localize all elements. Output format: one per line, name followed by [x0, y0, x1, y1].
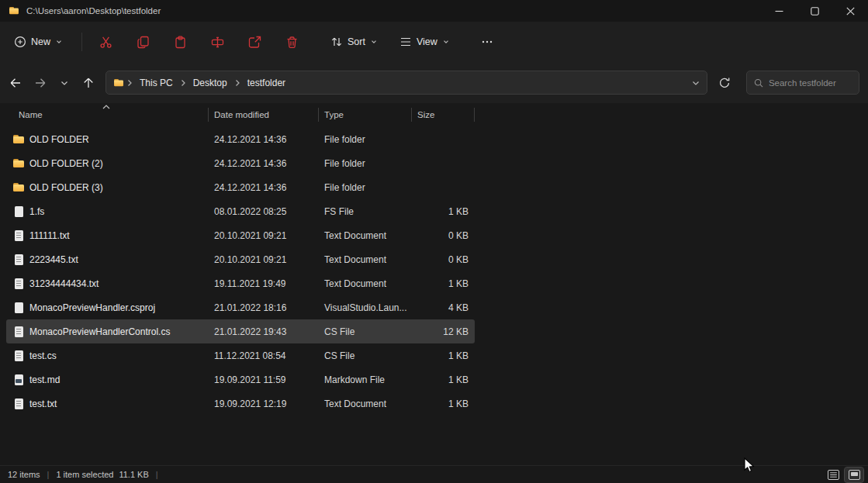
back-button[interactable] — [3, 71, 28, 95]
column-header-type[interactable]: Type — [318, 103, 411, 126]
file-type: CS File — [318, 326, 411, 337]
file-date-modified: 08.01.2022 08:25 — [208, 206, 318, 217]
sort-ascending-icon — [102, 105, 110, 109]
view-button-label: View — [417, 36, 437, 47]
chevron-down-icon — [370, 38, 378, 46]
file-icon — [12, 205, 25, 218]
rename-icon — [211, 36, 224, 49]
file-text-icon — [12, 254, 25, 266]
forward-arrow-icon — [34, 77, 47, 89]
file-name: OLD FOLDER — [29, 134, 89, 145]
column-header-type-label: Type — [324, 110, 344, 119]
copy-button[interactable] — [127, 28, 158, 56]
file-row[interactable]: test.cs11.12.2021 08:54CS File1 KB — [6, 343, 475, 367]
file-type: File folder — [318, 134, 411, 145]
file-list: OLD FOLDER24.12.2021 14:36File folderOLD… — [0, 126, 868, 416]
column-header-size-label: Size — [417, 110, 434, 119]
column-header-date-modified[interactable]: Date modified — [208, 103, 318, 126]
status-bar: 12 items | 1 item selected 11.1 KB | — [0, 465, 868, 483]
recent-locations-button[interactable] — [53, 71, 76, 95]
file-type: VisualStudio.Laun... — [318, 302, 411, 313]
folder-icon — [12, 181, 25, 194]
view-button[interactable]: View — [392, 28, 458, 56]
chevron-down-icon — [442, 38, 450, 46]
file-text-icon — [12, 326, 25, 338]
delete-button[interactable] — [276, 28, 307, 56]
file-date-modified: 24.12.2021 14:36 — [208, 158, 318, 169]
details-view-button[interactable] — [824, 467, 842, 482]
refresh-icon — [718, 77, 731, 89]
file-row[interactable]: OLD FOLDER (2)24.12.2021 14:36File folde… — [6, 151, 475, 175]
file-date-modified: 20.10.2021 09:21 — [208, 230, 318, 241]
new-button[interactable]: New — [6, 28, 71, 56]
share-button[interactable] — [239, 28, 270, 56]
file-name-cell: OLD FOLDER (3) — [6, 181, 208, 194]
column-header-size[interactable]: Size — [411, 103, 475, 126]
cut-button[interactable] — [90, 28, 121, 56]
up-button[interactable] — [76, 71, 101, 95]
breadcrumb-desktop[interactable]: Desktop — [188, 74, 233, 91]
thumbnail-view-button[interactable] — [845, 467, 863, 482]
file-type: FS File — [318, 206, 411, 217]
file-row[interactable]: OLD FOLDER24.12.2021 14:36File folder — [6, 127, 475, 151]
maximize-button[interactable] — [797, 0, 832, 22]
sort-button[interactable]: Sort — [323, 28, 386, 56]
column-header-name[interactable]: Name — [6, 103, 208, 126]
file-type: CS File — [318, 350, 411, 361]
file-date-modified: 11.12.2021 08:54 — [208, 350, 318, 361]
file-list-area: Name Date modified Type Size OLD FOLDER2… — [0, 103, 868, 465]
file-size: 4 KB — [411, 302, 475, 313]
share-icon — [248, 36, 261, 49]
breadcrumb-chevron-icon[interactable] — [233, 79, 242, 87]
file-row[interactable]: test.md19.09.2021 11:59Markdown File1 KB — [6, 367, 475, 392]
close-button[interactable] — [832, 0, 868, 22]
file-name: 2223445.txt — [29, 254, 78, 265]
address-bar[interactable]: This PC Desktop testfolder — [105, 71, 707, 95]
search-icon — [754, 78, 763, 88]
window-controls — [761, 0, 868, 22]
refresh-button[interactable] — [712, 71, 737, 95]
file-row[interactable]: test.txt19.09.2021 12:19Text Document1 K… — [6, 392, 475, 416]
file-row[interactable]: MonacoPreviewHandlerControl.cs21.01.2022… — [6, 319, 475, 343]
file-size: 0 KB — [411, 254, 475, 265]
file-row[interactable]: 111111.txt20.10.2021 09:21Text Document0… — [6, 223, 475, 247]
file-date-modified: 24.12.2021 14:36 — [208, 134, 318, 145]
file-size: 0 KB — [411, 230, 475, 241]
search-input[interactable] — [769, 78, 852, 88]
status-divider: | — [47, 470, 50, 479]
file-name: MonacoPreviewHandler.csproj — [29, 302, 155, 313]
file-type: Text Document — [318, 230, 411, 241]
selection-count: 1 item selected — [56, 470, 113, 479]
location-folder-icon — [113, 78, 124, 88]
file-row[interactable]: MonacoPreviewHandler.csproj21.01.2022 18… — [6, 295, 475, 319]
breadcrumb-this-pc[interactable]: This PC — [134, 74, 178, 91]
file-row[interactable]: 31234444434.txt19.11.2021 19:49Text Docu… — [6, 271, 475, 295]
file-size: 1 KB — [411, 398, 475, 409]
more-options-button[interactable] — [472, 28, 503, 56]
file-size: 1 KB — [411, 374, 475, 385]
file-name-cell: MonacoPreviewHandler.csproj — [6, 302, 208, 314]
file-name: 111111.txt — [29, 230, 70, 241]
address-dropdown-button[interactable] — [691, 78, 700, 88]
breadcrumb-chevron-icon[interactable] — [178, 79, 188, 87]
file-row[interactable]: OLD FOLDER (3)24.12.2021 14:36File folde… — [6, 175, 475, 199]
file-type: Text Document — [318, 398, 411, 409]
forward-button[interactable] — [28, 71, 53, 95]
paste-button[interactable] — [164, 28, 195, 56]
minimize-button[interactable] — [761, 0, 797, 22]
status-divider: | — [156, 470, 158, 479]
new-button-label: New — [31, 36, 50, 47]
file-row[interactable]: 2223445.txt20.10.2021 09:21Text Document… — [6, 247, 475, 271]
file-type: File folder — [318, 182, 411, 193]
search-box[interactable] — [746, 71, 859, 95]
breadcrumb-chevron-icon[interactable] — [125, 79, 134, 87]
rename-button[interactable] — [202, 28, 233, 56]
file-name-cell: 111111.txt — [6, 229, 208, 242]
file-name: 31234444434.txt — [29, 278, 99, 289]
chevron-down-icon — [691, 78, 700, 88]
file-date-modified: 19.09.2021 11:59 — [208, 374, 318, 385]
file-row[interactable]: 1.fs08.01.2022 08:25FS File1 KB — [6, 199, 475, 223]
maximize-icon — [811, 7, 819, 16]
breadcrumb-testfolder[interactable]: testfolder — [242, 74, 291, 91]
file-text-icon — [12, 398, 25, 410]
